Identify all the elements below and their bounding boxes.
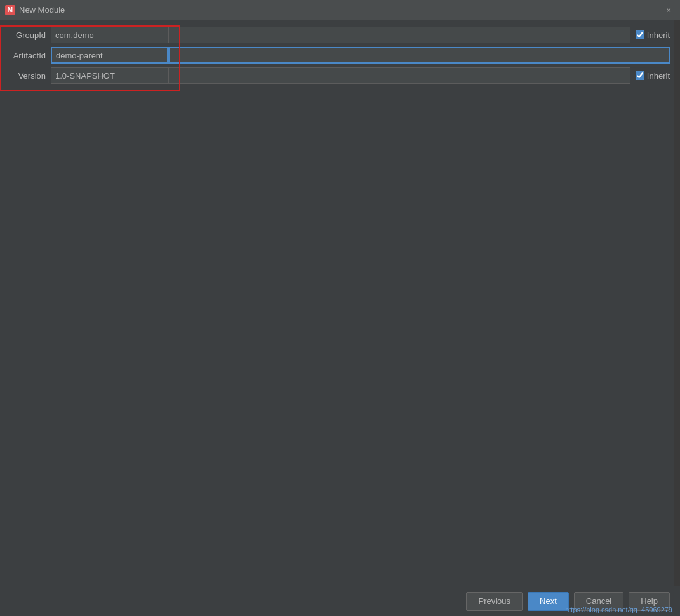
- groupid-input[interactable]: [51, 27, 168, 43]
- artifactid-label: ArtifactId: [0, 51, 51, 60]
- version-inherit-label: Inherit: [647, 71, 670, 81]
- groupid-inherit-checkbox[interactable]: [636, 30, 644, 39]
- close-button[interactable]: ×: [662, 4, 675, 17]
- version-inherit-area: Inherit: [636, 71, 670, 81]
- artifactid-full-input[interactable]: [168, 47, 670, 64]
- dialog-window: M New Module × GroupId Inherit: [0, 0, 680, 616]
- app-icon: M: [5, 5, 15, 15]
- footer-url: https://blog.csdn.net/qq_45069279: [565, 606, 672, 613]
- artifactid-input[interactable]: [51, 47, 168, 64]
- artifactid-row: ArtifactId: [0, 46, 680, 65]
- title-bar: M New Module ×: [0, 0, 680, 20]
- groupid-inherit-label: Inherit: [647, 30, 670, 40]
- title-bar-left: M New Module: [5, 5, 65, 15]
- groupid-row: GroupId Inherit: [0, 25, 680, 44]
- version-label: Version: [0, 71, 51, 81]
- dialog-title: New Module: [19, 5, 65, 15]
- version-inherit-checkbox[interactable]: [636, 71, 644, 80]
- groupid-label: GroupId: [0, 30, 51, 40]
- scrollbar[interactable]: [674, 20, 680, 586]
- dialog-content: GroupId Inherit ArtifactId: [0, 20, 680, 586]
- version-row: Version Inherit: [0, 66, 680, 85]
- previous-button[interactable]: Previous: [466, 592, 523, 611]
- version-full-input[interactable]: [168, 67, 630, 84]
- next-button[interactable]: Next: [528, 592, 569, 611]
- groupid-full-input[interactable]: [168, 27, 630, 43]
- form-container: GroupId Inherit ArtifactId: [0, 20, 680, 91]
- bottom-bar: Previous Next Cancel Help https://blog.c…: [0, 586, 680, 616]
- groupid-inherit-area: Inherit: [636, 30, 670, 40]
- version-input[interactable]: [51, 67, 168, 84]
